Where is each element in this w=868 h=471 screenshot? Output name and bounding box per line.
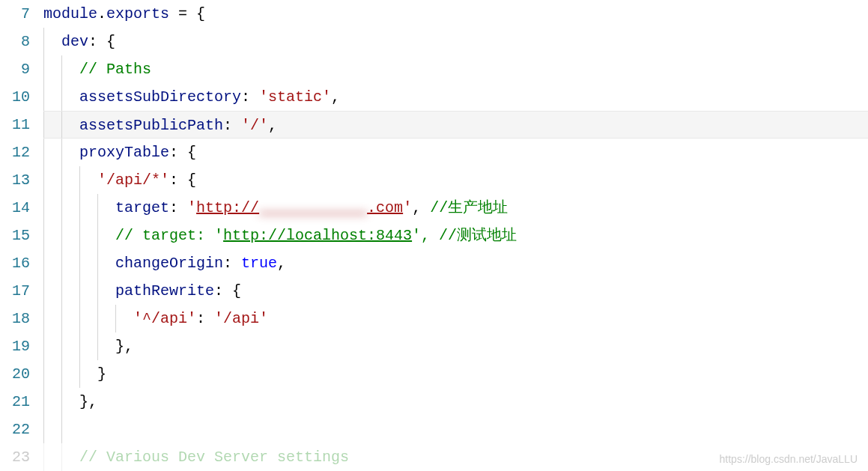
code-line[interactable]: pathRewrite: {: [43, 277, 868, 305]
code-line[interactable]: dev: {: [43, 28, 868, 55]
token-string: '^/api': [133, 310, 196, 327]
code-editor: 7 8 9 10 11 12 13 14 15 16 17 18 19 20 2…: [0, 0, 868, 471]
token: :: [169, 199, 187, 216]
line-number[interactable]: 21: [0, 388, 30, 416]
code-line-active[interactable]: assetsPublicPath: '/',: [43, 111, 868, 139]
line-number[interactable]: 7: [0, 0, 30, 28]
line-number[interactable]: 20: [0, 360, 30, 388]
token: :: [223, 117, 241, 134]
token: [43, 33, 61, 50]
token-comment: ', //测试地址: [412, 227, 517, 244]
code-line[interactable]: '^/api': '/api': [43, 305, 868, 332]
code-line[interactable]: assetsSubDirectory: 'static',: [43, 83, 868, 111]
token: : {: [88, 33, 115, 50]
token: proxyTable: [79, 144, 169, 161]
token-url: http://: [196, 199, 259, 216]
line-number[interactable]: 8: [0, 28, 30, 55]
code-line[interactable]: target: 'http:// .com', //生产地址: [43, 194, 868, 222]
line-number[interactable]: 11: [0, 111, 30, 139]
token-string: '/': [241, 117, 268, 134]
token: assetsPublicPath: [79, 117, 223, 134]
token: :: [241, 88, 259, 106]
line-number[interactable]: 10: [0, 83, 30, 111]
token-comment: // Various Dev Server settings: [79, 449, 349, 466]
token: module: [43, 5, 97, 22]
token: [43, 171, 97, 189]
token: assetsSubDirectory: [79, 88, 241, 106]
token-comment: // Paths: [79, 61, 151, 78]
code-line[interactable]: proxyTable: {: [43, 139, 868, 166]
line-number[interactable]: 19: [0, 332, 30, 360]
token-url: http://localhost:8443: [223, 227, 412, 244]
code-line[interactable]: [43, 416, 868, 443]
line-number[interactable]: 15: [0, 222, 30, 249]
line-number[interactable]: 14: [0, 194, 30, 222]
code-line[interactable]: // target: 'http://localhost:8443', //测试…: [43, 222, 868, 249]
code-line[interactable]: }: [43, 360, 868, 388]
token: : {: [169, 144, 196, 161]
code-line[interactable]: },: [43, 332, 868, 360]
code-content[interactable]: module.exports = { dev: { // Paths asset…: [43, 0, 868, 471]
token-string: ': [187, 199, 196, 216]
line-number[interactable]: 17: [0, 277, 30, 305]
token-keyword: true: [241, 255, 277, 272]
code-line[interactable]: changeOrigin: true,: [43, 249, 868, 277]
code-line[interactable]: '/api/*': {: [43, 166, 868, 194]
token-string: 'static': [259, 88, 331, 106]
token: changeOrigin: [115, 255, 223, 272]
token: },: [43, 393, 97, 410]
token: : {: [169, 171, 196, 189]
code-line[interactable]: module.exports = {: [43, 0, 868, 28]
token: = {: [169, 5, 205, 22]
token-string: ': [403, 199, 412, 216]
token-string: '/api/*': [97, 171, 169, 189]
line-number[interactable]: 22: [0, 416, 30, 443]
token-comment: //生产地址: [430, 199, 508, 216]
line-number[interactable]: 13: [0, 166, 30, 194]
token: ,: [268, 117, 277, 134]
token-redacted: [259, 199, 367, 216]
code-line[interactable]: // Paths: [43, 55, 868, 83]
watermark: https://blog.csdn.net/JavaLLU: [720, 453, 858, 465]
token: pathRewrite: [115, 282, 214, 300]
token: }: [43, 365, 106, 383]
token: target: [115, 199, 169, 216]
line-number[interactable]: 9: [0, 55, 30, 83]
token: exports: [106, 5, 169, 22]
token: },: [43, 338, 133, 355]
token-string: '/api': [214, 310, 268, 327]
token: :: [196, 310, 214, 327]
code-line[interactable]: },: [43, 388, 868, 416]
line-gutter: 7 8 9 10 11 12 13 14 15 16 17 18 19 20 2…: [0, 0, 43, 471]
token: :: [223, 255, 241, 272]
token-url: .com: [367, 199, 403, 216]
token: ,: [277, 255, 286, 272]
token: .: [97, 5, 106, 22]
token: ,: [412, 199, 430, 216]
line-number[interactable]: 23: [0, 443, 30, 471]
token: ,: [331, 88, 340, 106]
token: : {: [214, 282, 241, 300]
line-number[interactable]: 12: [0, 139, 30, 166]
line-number[interactable]: 18: [0, 305, 30, 332]
token: dev: [61, 33, 88, 50]
line-number[interactable]: 16: [0, 249, 30, 277]
token: [43, 310, 133, 327]
token-comment: // target: ': [115, 227, 223, 244]
